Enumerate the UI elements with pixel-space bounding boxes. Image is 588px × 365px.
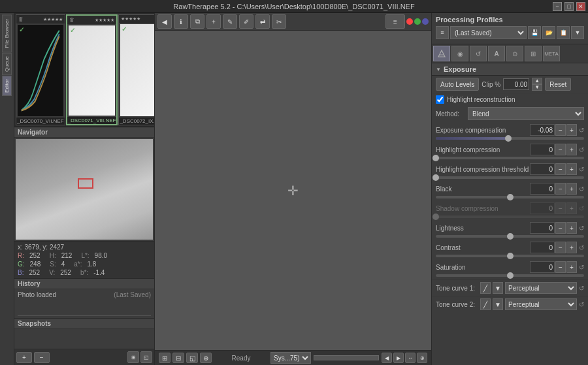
slider-inc-3[interactable]: + xyxy=(566,183,577,195)
tab-color2[interactable]: A xyxy=(488,46,505,61)
add-button[interactable]: + xyxy=(206,14,221,29)
tone-curve-1-select[interactable]: Perceptual xyxy=(505,282,577,294)
slider-reset-3[interactable]: ↺ xyxy=(579,185,584,193)
pp-load-btn[interactable]: 📂 xyxy=(542,26,555,39)
tab-color[interactable]: ◉ xyxy=(451,46,468,61)
status-icon-3[interactable]: ◱ xyxy=(186,353,198,363)
slider-thumb-2[interactable] xyxy=(433,174,439,181)
slider-dec-1[interactable]: − xyxy=(555,144,566,155)
film-item-2[interactable]: ★★★★★ ✓ _DSC0072_IX.NEF xyxy=(118,14,154,125)
slider-track-2[interactable] xyxy=(436,176,584,179)
highlight-rec-checkbox[interactable] xyxy=(436,95,444,104)
slider-inc-2[interactable]: + xyxy=(566,163,577,175)
status-icon-4[interactable]: ⊕ xyxy=(200,353,212,363)
tone-curve-1-dropdown[interactable]: ▼ xyxy=(493,282,503,294)
slider-track-6[interactable] xyxy=(436,255,584,257)
tab-meta[interactable]: META xyxy=(543,46,560,61)
nav-zoom[interactable]: ⊕ xyxy=(417,353,427,363)
copy-button[interactable]: ⧉ xyxy=(190,14,204,29)
slider-inc-7[interactable]: + xyxy=(566,261,577,273)
film-item-0[interactable]: 🗑 ★★★★★ ✓ _DSC0070_VII.NEF xyxy=(16,14,65,125)
slider-reset-1[interactable]: ↺ xyxy=(579,146,584,153)
slider-thumb-1[interactable] xyxy=(433,155,439,161)
reset-button[interactable]: Reset xyxy=(545,78,571,91)
slider-track-1[interactable] xyxy=(436,157,584,159)
auto-levels-button[interactable]: Auto Levels xyxy=(436,78,479,91)
slider-dec-0[interactable]: − xyxy=(555,124,566,136)
sidebar-item-queue[interactable]: Queue xyxy=(2,53,12,75)
close-button[interactable]: ✕ xyxy=(576,2,585,11)
clip-input[interactable] xyxy=(503,78,529,90)
slider-track-7[interactable] xyxy=(436,274,584,277)
minimize-button[interactable]: − xyxy=(553,2,562,11)
tone-curve-1-reset[interactable]: ↺ xyxy=(579,285,584,292)
slider-track-5[interactable] xyxy=(436,235,584,238)
film-item-1[interactable]: 🗑 ★★★★★ ✓ _DSC0071_VIII.NEF xyxy=(66,14,118,125)
nav-sync[interactable]: ↔ xyxy=(405,353,416,363)
pp-paste-btn[interactable]: 📋 xyxy=(557,26,570,39)
sidebar-item-filebrowser[interactable]: File Browser xyxy=(2,14,12,52)
coords-row-2: G: 248 S: 4 a*: 1.8 xyxy=(18,260,151,268)
clip-decrement[interactable]: ▼ xyxy=(532,84,542,91)
view-icon-1[interactable]: ⊞ xyxy=(127,351,139,363)
add-history-button[interactable]: + xyxy=(16,352,32,363)
tone-curve-1-edit[interactable]: ╱ xyxy=(480,282,491,294)
exposure-section-header[interactable]: ▼ Exposure xyxy=(432,63,588,76)
tab-detail[interactable]: ↺ xyxy=(470,46,487,61)
slider-thumb-7[interactable] xyxy=(507,272,514,279)
tone-curve-2-edit[interactable]: ╱ xyxy=(480,298,491,310)
info-button[interactable]: ℹ xyxy=(174,14,188,29)
slider-dec-7[interactable]: − xyxy=(555,261,566,273)
slider-reset-0[interactable]: ↺ xyxy=(579,127,584,134)
maximize-button[interactable]: □ xyxy=(564,2,574,11)
tab-lens[interactable]: ⊙ xyxy=(506,46,523,61)
slider-thumb-0[interactable] xyxy=(505,135,512,142)
coordinates-display: x: 3679, y: 2427 R: 252 H: 212 L*: 98.0 … xyxy=(14,241,154,278)
back-button[interactable]: ◀ xyxy=(157,14,172,29)
slider-inc-1[interactable]: + xyxy=(566,144,577,155)
slider-track-0[interactable] xyxy=(436,137,584,140)
slider-inc-0[interactable]: + xyxy=(566,124,577,136)
slider-reset-2[interactable]: ↺ xyxy=(579,166,584,173)
panel-toggle[interactable]: ≡ xyxy=(385,14,405,29)
slider-inc-5[interactable]: + xyxy=(566,222,577,234)
slider-dec-3[interactable]: − xyxy=(555,183,566,195)
slider-dec-6[interactable]: − xyxy=(555,242,566,253)
history-header: History xyxy=(14,279,154,289)
remove-history-button[interactable]: − xyxy=(34,352,50,363)
slider-thumb-5[interactable] xyxy=(507,233,514,240)
image-view[interactable]: ✛ xyxy=(155,31,431,350)
slider-inc-6[interactable]: + xyxy=(566,242,577,253)
slider-dec-5[interactable]: − xyxy=(555,222,566,234)
edit2-button[interactable]: ✐ xyxy=(239,14,253,29)
nav-next[interactable]: ▶ xyxy=(393,353,404,363)
nav-prev[interactable]: ◀ xyxy=(382,353,392,363)
tab-raw[interactable]: ⊞ xyxy=(525,46,542,61)
slider-reset-7[interactable]: ↺ xyxy=(579,264,584,271)
pp-profile-select[interactable]: (Last Saved) xyxy=(450,26,527,39)
tone-curve-2-dropdown[interactable]: ▼ xyxy=(493,298,503,310)
clip-increment[interactable]: ▲ xyxy=(532,78,542,84)
zoom-select[interactable]: Sys...75) xyxy=(270,352,311,364)
tone-curve-2-reset[interactable]: ↺ xyxy=(579,301,584,308)
tab-exposure[interactable] xyxy=(433,46,450,61)
slider-reset-6[interactable]: ↺ xyxy=(579,244,584,251)
slider-reset-5[interactable]: ↺ xyxy=(579,225,584,232)
history-item-0[interactable]: Photo loaded (Last Saved) xyxy=(18,291,151,299)
pp-more-btn[interactable]: ▼ xyxy=(571,26,584,39)
method-select[interactable]: Blend xyxy=(468,107,584,120)
tone-curve-2-select[interactable]: Perceptual xyxy=(505,298,577,310)
view-icon-2[interactable]: ◱ xyxy=(140,351,152,363)
slider-thumb-3[interactable] xyxy=(507,194,514,200)
crop-button[interactable]: ✂ xyxy=(272,14,286,29)
pp-icon-lines[interactable]: ≡ xyxy=(436,26,449,39)
edit-button[interactable]: ✎ xyxy=(223,14,237,29)
slider-dec-2[interactable]: − xyxy=(555,163,566,175)
slider-thumb-6[interactable] xyxy=(507,253,514,259)
slider-track-3[interactable] xyxy=(436,196,584,198)
pp-save-btn[interactable]: 💾 xyxy=(528,26,541,39)
status-icon-2[interactable]: ⊟ xyxy=(172,353,184,363)
transform-button[interactable]: ⇄ xyxy=(255,14,270,29)
sidebar-item-editor[interactable]: Editor xyxy=(2,76,12,96)
status-icon-1[interactable]: ⊞ xyxy=(159,353,171,363)
